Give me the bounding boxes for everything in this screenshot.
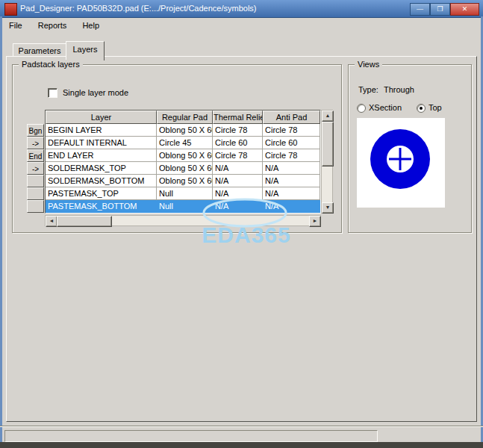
table-row[interactable]: PASTEMASK_TOP Null N/A N/A — [46, 187, 320, 200]
view-type-value: Through — [384, 85, 414, 94]
pad-preview — [357, 118, 445, 208]
cell-thermal-relief[interactable]: N/A — [213, 200, 263, 213]
row-marker-arrow: -> — [27, 137, 44, 149]
xsection-radio-label[interactable]: XSection — [369, 103, 402, 112]
cell-thermal-relief[interactable]: Circle 78 — [213, 124, 263, 137]
cell-anti-pad[interactable]: Circle 78 — [263, 149, 320, 162]
table-row[interactable]: DEFAULT INTERNAL Circle 45 Circle 60 Cir… — [46, 137, 320, 149]
cell-thermal-relief[interactable]: N/A — [213, 187, 263, 200]
menu-help[interactable]: Help — [75, 18, 106, 34]
frame-left — [0, 16, 2, 442]
cell-anti-pad[interactable]: N/A — [263, 200, 320, 213]
cell-regular-pad[interactable]: Oblong 50 X 60 — [157, 124, 213, 137]
frame-bottom — [0, 442, 483, 448]
table-row[interactable]: SOLDERMASK_TOP Oblong 50 X 60 N/A N/A — [46, 162, 320, 175]
close-button[interactable]: ✕ — [450, 3, 479, 16]
app-icon[interactable] — [4, 3, 17, 16]
cell-anti-pad[interactable]: N/A — [263, 187, 320, 200]
row-marker-end: End — [27, 149, 44, 162]
padstack-layers-table: Layer Regular Pad Thermal Relief Anti Pa… — [45, 110, 321, 214]
column-header-anti-pad: Anti Pad — [263, 111, 320, 124]
table-row[interactable]: BEGIN LAYER Oblong 50 X 60 Circle 78 Cir… — [46, 124, 320, 137]
status-bar — [4, 430, 378, 442]
scroll-down-icon[interactable]: ▼ — [322, 202, 334, 214]
cell-layer[interactable]: SOLDERMASK_BOTTOM — [46, 175, 157, 187]
cell-anti-pad[interactable]: N/A — [263, 175, 320, 187]
column-header-thermal-relief: Thermal Relief — [213, 111, 263, 124]
horizontal-scroll-thumb[interactable] — [57, 216, 112, 227]
single-layer-mode-label: Single layer mode — [63, 88, 128, 97]
pad-designer-window: Pad_Designer: PAD50B32D.pad (E:.../Proje… — [0, 0, 483, 448]
xsection-radio[interactable] — [357, 104, 366, 113]
cell-regular-pad[interactable]: Oblong 50 X 60 — [157, 162, 213, 175]
row-marker-blank — [27, 187, 44, 200]
cell-regular-pad[interactable]: Null — [157, 200, 213, 213]
scroll-up-icon[interactable]: ▲ — [322, 111, 334, 122]
vertical-scroll-thumb[interactable] — [322, 122, 334, 167]
cell-regular-pad[interactable]: Circle 45 — [157, 137, 213, 149]
row-marker-bgn: Bgn — [27, 124, 44, 137]
top-radio-label[interactable]: Top — [429, 103, 442, 112]
window-title: Pad_Designer: PAD50B32D.pad (E:.../Proje… — [20, 4, 257, 13]
cell-thermal-relief[interactable]: Circle 60 — [213, 137, 263, 149]
views-legend: Views — [355, 60, 382, 69]
table-header-row: Layer Regular Pad Thermal Relief Anti Pa… — [46, 111, 320, 124]
row-marker-blank — [27, 200, 44, 213]
cell-thermal-relief[interactable]: Circle 78 — [213, 149, 263, 162]
scroll-right-icon[interactable]: ► — [309, 216, 321, 227]
table-row[interactable]: END LAYER Oblong 50 X 60 Circle 78 Circl… — [46, 149, 320, 162]
single-layer-mode-checkbox[interactable] — [48, 88, 57, 98]
top-radio[interactable] — [417, 104, 426, 113]
menu-file[interactable]: File — [2, 18, 29, 34]
row-marker-arrow: -> — [27, 162, 44, 175]
menu-reports[interactable]: Reports — [31, 18, 74, 34]
view-type-label: Type: — [358, 85, 378, 94]
cell-layer[interactable]: PASTEMASK_BOTTOM — [46, 200, 157, 213]
cell-thermal-relief[interactable]: N/A — [213, 175, 263, 187]
padstack-layers-legend: Padstack layers — [19, 60, 83, 69]
cell-layer[interactable]: DEFAULT INTERNAL — [46, 137, 157, 149]
maximize-button[interactable]: ❐ — [430, 3, 450, 16]
title-bar[interactable]: Pad_Designer: PAD50B32D.pad (E:.../Proje… — [0, 0, 483, 18]
cell-layer[interactable]: END LAYER — [46, 149, 157, 162]
cell-layer[interactable]: SOLDERMASK_TOP — [46, 162, 157, 175]
cell-regular-pad[interactable]: Null — [157, 187, 213, 200]
tab-layers[interactable]: Layers — [66, 41, 105, 60]
status-bar-divider — [0, 426, 483, 427]
row-marker-blank — [27, 175, 44, 187]
column-header-layer: Layer — [46, 111, 157, 124]
cell-regular-pad[interactable]: Oblong 50 X 60 — [157, 149, 213, 162]
cell-anti-pad[interactable]: N/A — [263, 162, 320, 175]
cell-thermal-relief[interactable]: N/A — [213, 162, 263, 175]
table-row[interactable]: SOLDERMASK_BOTTOM Oblong 50 X 60 N/A N/A — [46, 175, 320, 187]
scroll-left-icon[interactable]: ◄ — [46, 216, 57, 227]
column-header-regular-pad: Regular Pad — [157, 111, 213, 124]
cell-anti-pad[interactable]: Circle 78 — [263, 124, 320, 137]
table-row-selected[interactable]: PASTEMASK_BOTTOM Null N/A N/A — [46, 200, 320, 213]
cell-layer[interactable]: BEGIN LAYER — [46, 124, 157, 137]
pad-top-view-icon — [357, 118, 445, 208]
cell-layer[interactable]: PASTEMASK_TOP — [46, 187, 157, 200]
cell-regular-pad[interactable]: Oblong 50 X 60 — [157, 175, 213, 187]
cell-anti-pad[interactable]: Circle 60 — [263, 137, 320, 149]
menu-bar: File Reports Help — [2, 18, 481, 34]
minimize-button[interactable]: — — [410, 3, 430, 16]
